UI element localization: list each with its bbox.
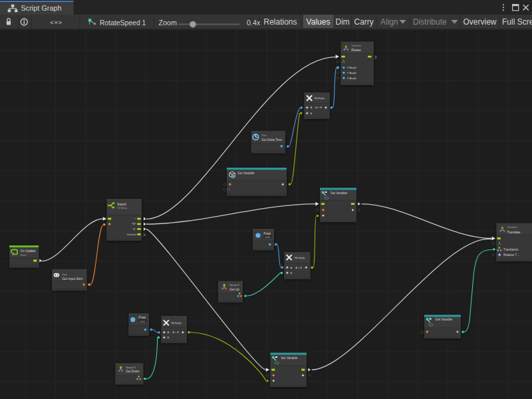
svg-text:Get Variable: Get Variable bbox=[237, 172, 255, 175]
svg-text:B: B bbox=[168, 336, 170, 339]
svg-text:Transform: Transform bbox=[351, 45, 361, 47]
svg-text:Get Delta Time: Get Delta Time bbox=[261, 138, 282, 142]
svg-text:Multiply: Multiply bbox=[315, 96, 325, 100]
svg-text:Translate: Translate bbox=[507, 231, 520, 234]
svg-text:Rotate: Rotate bbox=[351, 49, 361, 52]
svg-text:A: A bbox=[311, 106, 313, 109]
svg-text:Default: Default bbox=[127, 233, 136, 236]
svg-text:Vector 3: Vector 3 bbox=[126, 366, 135, 369]
svg-text:Get Down: Get Down bbox=[126, 370, 140, 373]
svg-text:Get Input Strin: Get Input Strin bbox=[62, 277, 82, 281]
svg-text:Multiply: Multiply bbox=[172, 321, 182, 325]
svg-text:A: A bbox=[291, 266, 293, 269]
svg-text:0.01: 0.01 bbox=[140, 320, 146, 323]
svg-text:Script Graph: Script Graph bbox=[21, 4, 62, 12]
svg-text:Align: Align bbox=[380, 17, 398, 27]
svg-text:Y Angle: Y Angle bbox=[347, 71, 357, 74]
svg-text:Get Variable: Get Variable bbox=[436, 318, 453, 321]
svg-text:Overview: Overview bbox=[464, 17, 497, 27]
svg-text:On Update: On Update bbox=[21, 249, 36, 253]
svg-text:Relations: Relations bbox=[264, 17, 297, 27]
svg-text:On String: On String bbox=[117, 207, 126, 209]
svg-text:Get Up: Get Up bbox=[229, 288, 239, 291]
svg-text:Set Variable: Set Variable bbox=[281, 356, 298, 360]
svg-text:A × B: A × B bbox=[295, 266, 302, 269]
svg-text:Translation: Translation bbox=[503, 248, 519, 251]
svg-text:Vector 3: Vector 3 bbox=[229, 283, 239, 287]
svg-text:Full Scre: Full Scre bbox=[502, 17, 532, 27]
svg-text:Zoom: Zoom bbox=[159, 19, 178, 27]
svg-text:A × B: A × B bbox=[315, 106, 322, 109]
svg-text:0.01: 0.01 bbox=[265, 235, 271, 239]
svg-text:Multiply: Multiply bbox=[295, 256, 305, 259]
svg-text:"": "" bbox=[134, 217, 136, 221]
svg-text:"S": "S" bbox=[132, 227, 136, 231]
svg-text:X Angle: X Angle bbox=[347, 66, 357, 69]
svg-text:Relative T…: Relative T… bbox=[503, 253, 520, 257]
svg-text:B: B bbox=[311, 112, 313, 115]
svg-text:Distribute: Distribute bbox=[413, 17, 447, 27]
svg-text:Switch: Switch bbox=[117, 203, 126, 206]
svg-text:Time: Time bbox=[261, 134, 266, 137]
svg-text:Input: Input bbox=[62, 273, 66, 276]
svg-text:"W": "W" bbox=[132, 222, 136, 225]
svg-text:A: A bbox=[168, 331, 170, 334]
svg-text:Values: Values bbox=[307, 17, 331, 27]
svg-text:Carry: Carry bbox=[354, 17, 374, 27]
svg-text:Z Angle: Z Angle bbox=[347, 76, 357, 80]
svg-text:RotateSpeed 1: RotateSpeed 1 bbox=[100, 19, 146, 27]
svg-text:B: B bbox=[291, 271, 293, 275]
svg-text:Dim: Dim bbox=[336, 17, 350, 27]
svg-text:A × B: A × B bbox=[172, 331, 179, 334]
svg-text:Transform: Transform bbox=[507, 226, 517, 229]
svg-text:Set Variable: Set Variable bbox=[331, 192, 348, 195]
svg-text:<×>: <×> bbox=[50, 19, 62, 26]
svg-text:0.4x: 0.4x bbox=[247, 19, 261, 27]
svg-text:Event: Event bbox=[21, 254, 27, 257]
